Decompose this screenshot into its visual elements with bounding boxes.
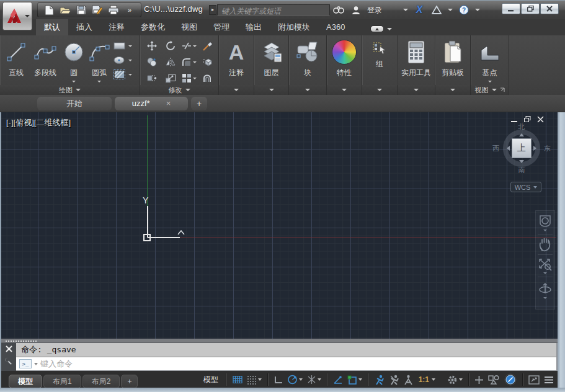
workspace-switch-button[interactable] — [446, 372, 464, 387]
file-tab-close-icon[interactable]: × — [166, 99, 171, 108]
group-panel-expand[interactable] — [362, 85, 397, 95]
rotate-button[interactable] — [161, 38, 180, 54]
viewcube-left-arrow-icon[interactable] — [507, 146, 510, 151]
orbit-icon[interactable] — [538, 280, 553, 296]
zoom-extents-icon[interactable] — [538, 257, 553, 271]
isolate-objects-button[interactable] — [487, 372, 501, 387]
navigation-wheel-icon[interactable] — [538, 213, 553, 228]
ribbon-tab-home[interactable]: 默认 — [36, 19, 68, 35]
line-button[interactable]: 直线 — [4, 35, 29, 82]
customization-menu-button[interactable] — [543, 372, 555, 387]
layout-tab-layout1[interactable]: 布局1 — [43, 375, 81, 388]
trim-dropdown-icon[interactable] — [193, 45, 197, 47]
viewcube-up-arrow-icon[interactable] — [519, 133, 524, 136]
command-customize-wrench-icon[interactable] — [5, 357, 13, 365]
draw-panel-title[interactable]: 绘图 — [0, 85, 140, 95]
mirror-button[interactable] — [161, 54, 180, 70]
group-button[interactable]: 组 — [362, 35, 397, 69]
viewport-controls-label[interactable]: [-][俯视][二维线框] — [6, 117, 71, 128]
orbit-caret-icon[interactable] — [543, 297, 547, 299]
isometric-drafting-toggle[interactable] — [306, 372, 323, 387]
ribbon-minimize-toggle[interactable] — [370, 25, 392, 32]
properties-button[interactable]: 特性 — [327, 35, 362, 78]
viewcube-north-label[interactable]: 北 — [518, 122, 525, 131]
move-button[interactable] — [143, 38, 161, 54]
arc-dropdown-icon[interactable] — [97, 81, 101, 82]
ribbon-tab-annotate[interactable]: 注释 — [100, 19, 133, 35]
viewcube-down-arrow-icon[interactable] — [519, 160, 524, 163]
hatch-dropdown-icon[interactable] — [128, 74, 132, 76]
view-panel-title[interactable]: 视图 — [471, 85, 509, 95]
new-file-button[interactable] — [43, 4, 55, 16]
viewcube-west-label[interactable]: 西 — [492, 144, 499, 153]
ribbon-tab-manage[interactable]: 管理 — [205, 19, 238, 35]
copy-button[interactable] — [143, 54, 161, 70]
model-space-toggle[interactable]: 模型 — [200, 375, 221, 385]
block-button[interactable]: 块 — [289, 35, 326, 78]
annotation-button[interactable]: A 注释 — [219, 35, 254, 78]
wcs-dropdown[interactable]: WCS — [510, 182, 541, 192]
utilities-panel-expand[interactable] — [398, 85, 435, 95]
array-button[interactable] — [180, 70, 198, 86]
search-flyout-button[interactable]: ▸ — [209, 5, 216, 15]
command-prompt-icon[interactable]: >_ — [19, 359, 32, 368]
exchange-apps-icon[interactable]: X — [413, 4, 425, 16]
grid-display-toggle[interactable] — [231, 372, 244, 387]
polyline-button[interactable]: 多段线 — [29, 35, 62, 82]
snap-mode-toggle[interactable] — [246, 372, 263, 387]
new-layout-button[interactable]: + — [121, 375, 138, 388]
viewcube-south-label[interactable]: 南 — [518, 166, 525, 175]
file-tab-start[interactable]: 开始 — [37, 97, 112, 110]
hatch-button[interactable] — [113, 68, 132, 81]
qat-more-button[interactable]: » — [123, 4, 136, 16]
pan-hand-icon[interactable] — [538, 237, 552, 252]
command-history-line[interactable]: 命令: _qsave — [16, 343, 556, 357]
basepoint-button[interactable]: 基点 — [471, 35, 509, 82]
polar-tracking-toggle[interactable] — [286, 372, 304, 387]
ellipse-button[interactable] — [113, 54, 132, 66]
search-binoculars-icon[interactable] — [332, 4, 345, 16]
application-menu-button[interactable] — [2, 2, 32, 30]
file-tab-document[interactable]: uzzf* × — [115, 97, 188, 110]
drawing-canvas[interactable]: [-][俯视][二维线框] Y 北 南 西 东 上 WCS — [1, 112, 558, 339]
isodraft-caret-icon[interactable] — [318, 378, 321, 381]
object-snap-tracking-toggle[interactable] — [332, 372, 344, 387]
ellipse-dropdown-icon[interactable] — [128, 60, 132, 61]
layers-panel-expand[interactable] — [254, 85, 288, 95]
help-search-input[interactable] — [218, 6, 329, 16]
fillet-dropdown-icon[interactable] — [193, 61, 197, 63]
ribbon-tab-insert[interactable]: 插入 — [68, 19, 100, 35]
command-input[interactable] — [40, 357, 556, 370]
annotation-autoscale-toggle[interactable] — [388, 372, 401, 387]
block-panel-expand[interactable] — [289, 85, 326, 95]
basepoint-dropdown-icon[interactable] — [488, 81, 492, 82]
array-dropdown-icon[interactable] — [193, 78, 197, 79]
annotation-scale-icon-button[interactable] — [403, 372, 414, 387]
modify-panel-title[interactable]: 修改 — [140, 85, 218, 95]
annotation-panel-expand[interactable] — [219, 85, 254, 95]
command-window-grip[interactable] — [1, 339, 558, 343]
help-caret-icon[interactable] — [475, 9, 480, 11]
ribbon-tab-a360[interactable]: A360 — [318, 19, 353, 35]
panel-dialog-launcher-icon[interactable] — [500, 87, 505, 92]
save-as-button[interactable] — [91, 4, 104, 16]
command-recent-caret-icon[interactable] — [34, 363, 38, 365]
circle-dropdown-icon[interactable] — [72, 81, 76, 82]
viewcube-east-label[interactable]: 东 — [544, 144, 551, 153]
trim-button[interactable] — [180, 38, 198, 54]
properties-panel-expand[interactable] — [327, 85, 362, 95]
communication-center-icon[interactable] — [430, 4, 443, 16]
layout-tab-layout2[interactable]: 布局2 — [82, 375, 120, 388]
scale-button[interactable] — [161, 70, 180, 86]
ribbon-tab-parametric[interactable]: 参数化 — [133, 19, 173, 35]
rectangle-button[interactable] — [113, 40, 132, 52]
layout-tab-model[interactable]: 模型 — [9, 375, 42, 388]
viewcube-top-face[interactable]: 上 — [512, 138, 532, 158]
viewcube-right-arrow-icon[interactable] — [533, 146, 536, 151]
osnap-caret-icon[interactable] — [358, 378, 362, 381]
restore-button[interactable] — [521, 3, 540, 14]
object-snap-toggle[interactable] — [346, 372, 363, 387]
ortho-mode-toggle[interactable] — [272, 372, 284, 387]
command-close-icon[interactable] — [6, 345, 12, 352]
help-icon[interactable]: ? — [458, 4, 470, 16]
